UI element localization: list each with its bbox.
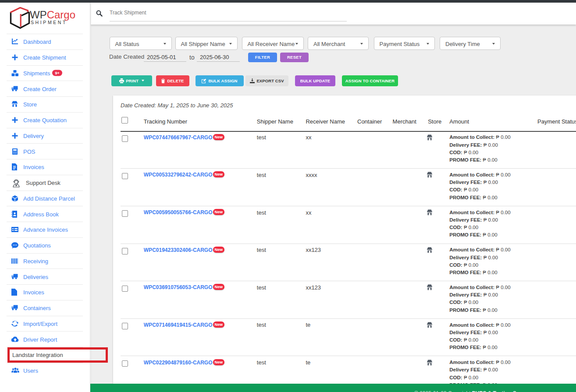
svg-text:SHIPMENT: SHIPMENT (31, 20, 67, 25)
svg-text:WPCargo: WPCargo (30, 9, 75, 21)
